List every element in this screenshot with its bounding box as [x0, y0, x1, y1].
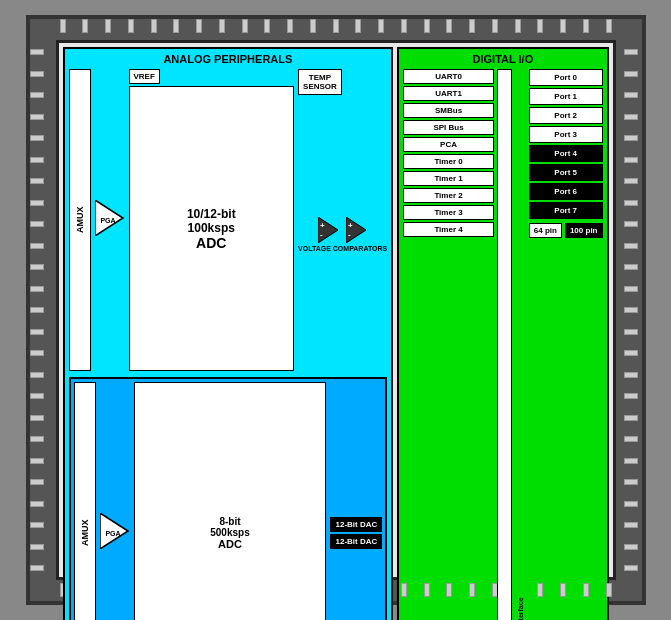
pin: [424, 583, 430, 597]
ports-column: Port 0 Port 1 Port 2 Port 3 Port 4 Port …: [529, 69, 603, 219]
pin: [624, 221, 638, 227]
pin: [624, 350, 638, 356]
amux-bottom: AMUX: [74, 382, 96, 620]
pin: [310, 19, 316, 33]
pin: [30, 264, 44, 270]
pin: [82, 19, 88, 33]
analog-bottom-section: AMUX PGA 8-bit 500ksps ADC: [69, 377, 388, 620]
digital-item-timer2: Timer 2: [403, 188, 494, 203]
chip-package: ANALOG PERIPHERALS AMUX PGA: [26, 15, 646, 605]
adc-bottom-label: ADC: [218, 538, 242, 550]
pin: [264, 19, 270, 33]
pin: [30, 307, 44, 313]
pin: [30, 178, 44, 184]
pin: [624, 157, 638, 163]
amux-top: AMUX: [69, 69, 91, 371]
pin: [30, 372, 44, 378]
adc-bottom-box: 8-bit 500ksps ADC: [134, 382, 327, 620]
port6: Port 6: [529, 183, 603, 200]
pin: [30, 157, 44, 163]
pin: [30, 135, 44, 141]
pin: [624, 393, 638, 399]
pin: [624, 71, 638, 77]
pin: [606, 583, 612, 597]
pin: [624, 135, 638, 141]
pin: [30, 415, 44, 421]
adc-top-box: 10/12-bit 100ksps ADC: [129, 86, 295, 371]
port0: Port 0: [529, 69, 603, 86]
pin: [624, 178, 638, 184]
pin: [624, 243, 638, 249]
dac-area: 12-Bit DAC 12-Bit DAC: [330, 382, 382, 620]
pin: [624, 49, 638, 55]
pin: [30, 544, 44, 550]
adc-bits: 10/12-bit: [187, 207, 236, 221]
voltage-comparators-area: + - + - VOLTAGE COMPARATORS: [298, 98, 387, 371]
pin: [30, 501, 44, 507]
adc-bottom-bits: 8-bit: [219, 516, 240, 527]
pin: [219, 19, 225, 33]
pin: [624, 436, 638, 442]
pin: [30, 92, 44, 98]
adc-label: ADC: [196, 235, 226, 251]
pin: [560, 583, 566, 597]
pin: [537, 583, 543, 597]
pin: [105, 19, 111, 33]
pin-count-row: 64 pin 100 pin: [529, 223, 603, 238]
chip-die: ANALOG PERIPHERALS AMUX PGA: [56, 40, 616, 580]
digital-title: DIGITAL I/O: [403, 53, 602, 65]
pga-label-top: PGA: [100, 217, 115, 224]
pga-label-bottom: PGA: [105, 530, 120, 537]
pin: [624, 415, 638, 421]
digital-items-list: UART0 UART1 SMBus SPI Bus PCA Timer 0 Ti…: [403, 69, 494, 620]
pin: [30, 458, 44, 464]
adc-speed: 100ksps: [188, 221, 235, 235]
pin: [30, 114, 44, 120]
pins-left: [30, 49, 48, 571]
svg-text:-: -: [320, 230, 323, 239]
digital-item-uart1: UART1: [403, 86, 494, 101]
pin: [583, 19, 589, 33]
pin: [492, 19, 498, 33]
digital-item-timer0: Timer 0: [403, 154, 494, 169]
digital-item-timer4: Timer 4: [403, 222, 494, 237]
digital-item-uart0: UART0: [403, 69, 494, 84]
pin: [30, 49, 44, 55]
pin: [624, 329, 638, 335]
pin: [537, 19, 543, 33]
port5: Port 5: [529, 164, 603, 181]
svg-text:+: +: [348, 221, 353, 230]
digital-item-pca: PCA: [403, 137, 494, 152]
pin: [624, 501, 638, 507]
port1: Port 1: [529, 88, 603, 105]
pin: [30, 565, 44, 571]
port7: Port 7: [529, 202, 603, 219]
pin: [30, 393, 44, 399]
port3: Port 3: [529, 126, 603, 143]
pin: [30, 221, 44, 227]
ext-memory-label: External Memory Interface: [515, 69, 526, 620]
top-section: ANALOG PERIPHERALS AMUX PGA: [63, 47, 609, 620]
digital-item-timer1: Timer 1: [403, 171, 494, 186]
pin: [242, 19, 248, 33]
port4: Port 4: [529, 145, 603, 162]
digital-inner: UART0 UART1 SMBus SPI Bus PCA Timer 0 Ti…: [403, 69, 602, 620]
port2: Port 2: [529, 107, 603, 124]
digital-item-spibus: SPI Bus: [403, 120, 494, 135]
pin: [446, 583, 452, 597]
ext-memory-column: External Memory Interface: [515, 69, 526, 620]
pin: [624, 544, 638, 550]
pin: [624, 565, 638, 571]
digital-item-timer3: Timer 3: [403, 205, 494, 220]
pin: [624, 372, 638, 378]
pin: [30, 329, 44, 335]
crossbar-column: CROSSBAR: [497, 69, 512, 620]
pin: [624, 92, 638, 98]
pin: [287, 19, 293, 33]
pin: [624, 114, 638, 120]
pin: [606, 19, 612, 33]
pin100-label: 100 pin: [565, 223, 603, 238]
pin: [60, 19, 66, 33]
pin: [560, 19, 566, 33]
pin: [30, 436, 44, 442]
